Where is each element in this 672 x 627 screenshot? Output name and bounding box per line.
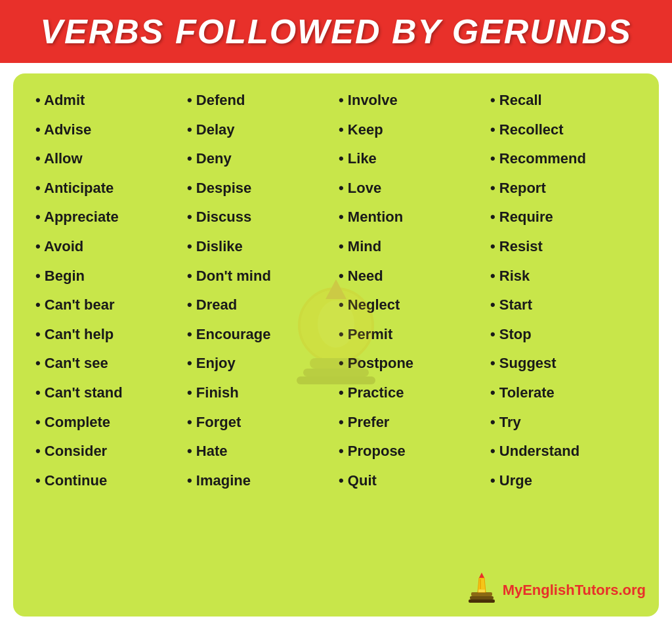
word-item: Need xyxy=(336,262,488,291)
column-2: DefendDelayDenyDespiseDiscussDislikeDon'… xyxy=(184,87,336,603)
word-item: Can't bear xyxy=(33,291,184,319)
page: VERBS FOLLOWED BY GERUNDS AdmitAdviseAll… xyxy=(0,0,672,627)
word-item: Like xyxy=(336,145,488,173)
word-item: Postpone xyxy=(336,350,488,378)
word-item: Anticipate xyxy=(33,174,184,203)
word-item: Forget xyxy=(184,409,336,437)
svg-rect-8 xyxy=(469,599,495,603)
word-item: Involve xyxy=(336,87,488,115)
word-item: Advise xyxy=(33,116,184,144)
word-item: Begin xyxy=(33,262,184,291)
word-item: Consider xyxy=(33,437,184,466)
word-item: Stop xyxy=(488,321,639,349)
word-item: Dislike xyxy=(184,233,336,261)
content-box: AdmitAdviseAllowAnticipateAppreciateAvoi… xyxy=(13,73,659,617)
svg-rect-7 xyxy=(470,596,494,599)
word-item: Avoid xyxy=(33,233,184,261)
column-3: InvolveKeepLikeLoveMentionMindNeedNeglec… xyxy=(336,87,488,603)
word-item: Finish xyxy=(184,379,336,407)
word-item: Practice xyxy=(336,379,488,407)
column-4: RecallRecollectRecommendReportRequireRes… xyxy=(488,87,639,603)
word-item: Neglect xyxy=(336,291,488,319)
page-title: VERBS FOLLOWED BY GERUNDS xyxy=(40,12,631,51)
columns-wrapper: AdmitAdviseAllowAnticipateAppreciateAvoi… xyxy=(33,87,639,603)
word-item: Despise xyxy=(184,174,336,203)
word-item: Admit xyxy=(33,87,184,115)
word-item: Urge xyxy=(488,467,639,495)
title-bar: VERBS FOLLOWED BY GERUNDS xyxy=(0,0,672,63)
word-item: Delay xyxy=(184,116,336,144)
svg-marker-10 xyxy=(479,573,484,578)
word-item: Mention xyxy=(336,203,488,232)
word-item: Hate xyxy=(184,437,336,466)
word-item: Recommend xyxy=(488,145,639,173)
word-item: Encourage xyxy=(184,321,336,349)
word-item: Recollect xyxy=(488,116,639,144)
word-item: Defend xyxy=(184,87,336,115)
word-item: Can't help xyxy=(33,321,184,349)
column-1: AdmitAdviseAllowAnticipateAppreciateAvoi… xyxy=(33,87,184,603)
word-item: Risk xyxy=(488,262,639,291)
brand-icon xyxy=(466,571,497,609)
brand-text: MyEnglishTutors.org xyxy=(503,582,646,599)
word-item: Love xyxy=(336,174,488,203)
svg-rect-11 xyxy=(478,590,485,592)
word-item: Resist xyxy=(488,233,639,261)
word-item: Propose xyxy=(336,437,488,466)
word-item: Start xyxy=(488,291,639,319)
word-item: Mind xyxy=(336,233,488,261)
word-item: Quit xyxy=(336,467,488,495)
word-item: Deny xyxy=(184,145,336,173)
word-item: Can't stand xyxy=(33,379,184,407)
word-item: Appreciate xyxy=(33,203,184,232)
word-item: Suggest xyxy=(488,350,639,378)
word-item: Enjoy xyxy=(184,350,336,378)
word-item: Require xyxy=(488,203,639,232)
word-item: Can't see xyxy=(33,350,184,378)
word-item: Allow xyxy=(33,145,184,173)
word-item: Tolerate xyxy=(488,379,639,407)
word-item: Recall xyxy=(488,87,639,115)
word-item: Complete xyxy=(33,409,184,437)
word-item: Prefer xyxy=(336,409,488,437)
word-item: Report xyxy=(488,174,639,203)
svg-rect-6 xyxy=(471,592,492,596)
word-item: Keep xyxy=(336,116,488,144)
word-item: Don't mind xyxy=(184,262,336,291)
word-item: Discuss xyxy=(184,203,336,232)
word-item: Dread xyxy=(184,291,336,319)
word-item: Permit xyxy=(336,321,488,349)
word-item: Imagine xyxy=(184,467,336,495)
word-item: Continue xyxy=(33,467,184,495)
word-item: Understand xyxy=(488,437,639,466)
word-item: Try xyxy=(488,409,639,437)
branding: MyEnglishTutors.org xyxy=(466,571,646,609)
